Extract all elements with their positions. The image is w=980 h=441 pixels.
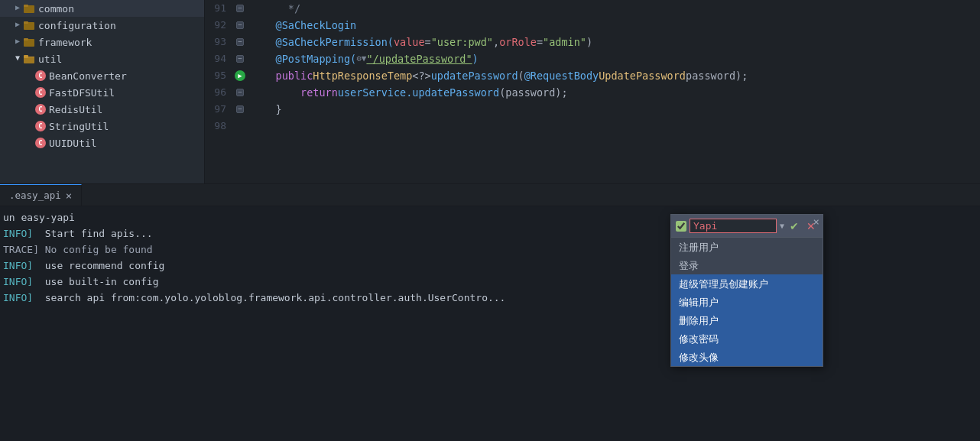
expand-icon: – xyxy=(236,89,244,96)
folder-open-icon xyxy=(23,53,35,65)
code-token: } xyxy=(251,101,282,118)
class-badge: C xyxy=(35,138,46,148)
svg-rect-5 xyxy=(24,38,28,41)
code-token: , xyxy=(493,34,499,50)
code-content: */ @SaCheckLogin @SaCheckPermission(valu… xyxy=(248,0,980,183)
line-number: 91 xyxy=(205,0,232,17)
top-section: ▶ common ▶ configuration ▶ xyxy=(0,0,980,183)
code-token: HttpResponseTemp xyxy=(313,67,412,84)
gutter-row xyxy=(232,118,248,135)
expand-icon: – xyxy=(236,21,244,29)
code-token: (password); xyxy=(499,84,567,101)
popup-item-register[interactable]: 注册用户 xyxy=(671,238,823,256)
tab-label: .easy_api xyxy=(9,190,61,201)
sidebar-item-redisutil[interactable]: C RedisUtil xyxy=(0,101,204,118)
code-line-92: @SaCheckLogin xyxy=(251,17,980,34)
popup-item-super-create[interactable]: 超级管理员创建账户 xyxy=(671,274,823,293)
class-badge: C xyxy=(35,104,46,115)
terminal-content: un easy-yapi INFO] Start find apis... TR… xyxy=(0,209,980,438)
terminal-line: un easy-yapi xyxy=(3,209,980,225)
code-token: ) xyxy=(472,50,479,67)
code-token: @SaCheckLogin xyxy=(251,17,356,34)
gutter-row: – xyxy=(232,84,248,101)
svg-rect-3 xyxy=(24,21,28,24)
code-token: <?> xyxy=(412,67,430,84)
popup-item-update-pwd[interactable]: 修改密码 xyxy=(671,329,823,348)
expand-icon: – xyxy=(236,55,244,63)
sidebar-item-framework[interactable]: ▶ framework xyxy=(0,34,204,50)
popup-checkbox[interactable] xyxy=(676,221,686,232)
tab-easy-api[interactable]: .easy_api × xyxy=(0,184,82,206)
sidebar-item-label: StringUtil xyxy=(49,121,109,132)
code-token: userService.updatePassword xyxy=(338,84,499,101)
popup-item-delete-user[interactable]: 删除用户 xyxy=(671,311,823,329)
line-number: 93 xyxy=(205,34,232,50)
terminal-text: search api from:com.yolo.yoloblog.framew… xyxy=(45,290,506,306)
code-token: ( xyxy=(518,67,524,84)
sidebar-item-label: FastDFSUtil xyxy=(49,87,115,99)
code-token: "/updatePassword" xyxy=(366,50,472,67)
terminal-line: INFO] Start find apis... xyxy=(3,225,980,242)
line-number: 97 xyxy=(205,101,232,118)
terminal-prefix: INFO] xyxy=(3,225,45,242)
code-token: @PostMapping( xyxy=(251,50,356,67)
sidebar-item-label: BeanConverter xyxy=(49,70,127,82)
line-number: 92 xyxy=(205,17,232,34)
code-token: password); xyxy=(686,67,748,84)
folder-icon xyxy=(23,2,35,15)
gutter-row: – xyxy=(232,34,248,50)
gutter-row: – xyxy=(232,101,248,118)
folder-icon xyxy=(23,19,35,31)
popup-search-input[interactable] xyxy=(693,220,754,232)
tab-close-button[interactable]: × xyxy=(66,190,72,202)
code-token: @SaCheckPermission( xyxy=(251,34,394,50)
sidebar-item-configuration[interactable]: ▶ configuration xyxy=(0,17,204,34)
expand-icon: – xyxy=(236,105,244,113)
terminal-prefix: INFO] xyxy=(3,258,45,274)
run-icon: ▶ xyxy=(235,70,245,81)
class-badge: C xyxy=(35,121,46,131)
terminal-line: INFO] use recommend config xyxy=(3,258,980,274)
sidebar-item-label: common xyxy=(38,3,74,15)
code-token: value xyxy=(394,34,425,50)
code-token: return xyxy=(251,84,338,101)
code-token: = xyxy=(537,34,543,50)
sidebar-item-stringutil[interactable]: C StringUtil xyxy=(0,118,204,135)
arrow-icon: ▶ xyxy=(12,3,23,14)
line-number: 94 xyxy=(205,50,232,67)
terminal-line: INFO] search api from:com.yolo.yoloblog.… xyxy=(3,290,980,306)
terminal-text: use built-in config xyxy=(45,274,159,290)
code-token: = xyxy=(425,34,431,50)
sidebar-item-util[interactable]: ▼ util xyxy=(0,50,204,67)
popup-dropdown-icon[interactable]: ▼ xyxy=(780,218,784,234)
gutter-row: – xyxy=(232,50,248,67)
code-line-98 xyxy=(251,118,980,135)
code-token: updatePassword xyxy=(431,67,518,84)
popup-item-update-avatar[interactable]: 修改头像 xyxy=(671,348,823,366)
sidebar-item-common[interactable]: ▶ common xyxy=(0,0,204,17)
popup-item-login[interactable]: 登录 xyxy=(671,256,823,274)
svg-rect-8 xyxy=(24,57,34,57)
popup-confirm-button[interactable]: ✔ xyxy=(787,219,801,233)
code-token: "user:pwd" xyxy=(431,34,493,50)
sidebar-item-label: RedisUtil xyxy=(49,104,102,115)
code-line-97: } xyxy=(251,101,980,118)
arrow-icon: ▶ xyxy=(12,20,23,31)
code-line-95: public HttpResponseTemp<?> updatePasswor… xyxy=(251,67,980,84)
gutter-row: – xyxy=(232,17,248,34)
sidebar-item-uuidutil[interactable]: C UUIDUtil xyxy=(0,135,204,151)
terminal-line: INFO] use built-in config xyxy=(3,274,980,290)
popup-header: × ▼ ✔ ✕ xyxy=(671,215,823,238)
line-numbers: 91 92 93 94 95 96 97 98 xyxy=(205,0,232,183)
popup-input-wrapper xyxy=(690,219,777,233)
sidebar-item-fastdfsutil[interactable]: C FastDFSUtil xyxy=(0,84,204,101)
code-line-93: @SaCheckPermission(value = "user:pwd", o… xyxy=(251,34,980,50)
tab-bar: .easy_api × xyxy=(0,183,980,206)
popup-close-top-button[interactable]: × xyxy=(813,216,819,227)
popup-item-edit-user[interactable]: 编辑用户 xyxy=(671,293,823,311)
sidebar-item-beanconverter[interactable]: C BeanConverter xyxy=(0,67,204,84)
code-token: ⚙▼ xyxy=(356,50,366,67)
line-number: 98 xyxy=(205,118,232,135)
code-line-96: return userService.updatePassword(passwo… xyxy=(251,84,980,101)
terminal-text: use recommend config xyxy=(45,258,165,274)
